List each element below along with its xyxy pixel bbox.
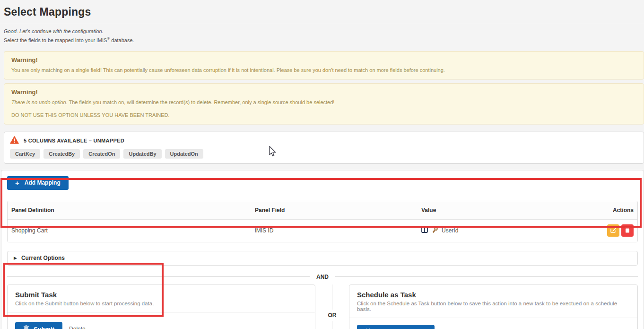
mapping-section-card: + Add Mapping Panel Definition Panel Fie… [1, 170, 644, 329]
cell-actions [576, 224, 637, 237]
delete-mapping-button[interactable] [621, 224, 634, 237]
col-header-panel-definition: Panel Definition [8, 207, 251, 213]
trash-icon [625, 227, 630, 234]
unmapped-chip-row: CartKey CreatedBy CreatedOn UpdatedBy Up… [10, 149, 638, 159]
warning-text: You are only matching on a single field!… [11, 67, 636, 73]
cell-value: UserId [418, 227, 576, 235]
divider-line [335, 276, 638, 277]
cell-panel-definition: Shopping Cart [8, 227, 251, 234]
divider-line [7, 276, 310, 277]
intro-text: Good. Let's continue with the configurat… [0, 23, 644, 44]
unmapped-column-chip: UpdatedOn [165, 149, 203, 159]
warning-title: Warning! [11, 56, 636, 63]
schedule-task-title: Schedule as Task [357, 291, 630, 299]
unmapped-column-chip: CartKey [10, 149, 40, 159]
value-label: UserId [442, 227, 458, 234]
and-divider: AND [7, 274, 638, 280]
submit-button-label: Submit [34, 326, 54, 329]
trash-icon [23, 325, 29, 329]
page-title: Select Mappings [4, 6, 640, 18]
divider-line [332, 321, 332, 329]
unmapped-column-chip: CreatedBy [44, 149, 80, 159]
warning-box-no-undo: Warning! There is no undo option. The fi… [4, 83, 644, 124]
warning-box-single-field: Warning! You are only matching on a sing… [4, 51, 644, 80]
or-divider: OR [315, 285, 349, 329]
intro-line-1: Good. Let's continue with the configurat… [4, 28, 640, 35]
col-header-panel-field: Panel Field [251, 207, 418, 213]
add-mapping-button[interactable]: + Add Mapping [7, 176, 69, 190]
add-mapping-label: Add Mapping [25, 179, 61, 186]
caret-right-icon: ▶ [14, 256, 17, 260]
col-header-actions: Actions [576, 207, 637, 213]
or-label: OR [328, 310, 337, 321]
unmapped-columns-card: 5 COLUMNS AVAILABLE – UNMAPPED CartKey C… [4, 132, 644, 164]
task-row: Submit Task Click on the Submit button b… [7, 285, 638, 329]
mapping-table-header: Panel Definition Panel Field Value Actio… [8, 201, 637, 220]
plus-icon: + [15, 179, 19, 187]
intro-line-2: Select the fields to be mapped into your… [4, 35, 640, 44]
current-options-label: Current Options [21, 255, 65, 261]
and-label: AND [310, 274, 335, 280]
unmapped-column-chip: UpdatedBy [123, 149, 161, 159]
page-header: Select Mappings [0, 0, 644, 18]
current-options-toggle[interactable]: ▶ Current Options [7, 251, 638, 266]
table-columns-icon [421, 227, 428, 234]
unmapped-heading: 5 COLUMNS AVAILABLE – UNMAPPED [24, 138, 124, 143]
warning-triangle-icon [10, 136, 19, 146]
submit-task-card: Submit Task Click on the Submit button b… [7, 285, 315, 329]
submit-button[interactable]: Submit [15, 322, 62, 329]
submit-task-title: Submit Task [15, 291, 307, 299]
delete-label: Delete [69, 326, 86, 329]
mapping-table: Panel Definition Panel Field Value Actio… [7, 201, 638, 242]
submit-task-description: Click on the Submit button below to star… [15, 301, 307, 306]
warning-title: Warning! [11, 89, 636, 96]
warning-text-caps: DO NOT USE THIS OPTION UNLESS YOU HAVE B… [11, 112, 636, 118]
table-row: Shopping Cart iMIS ID [8, 220, 637, 242]
schedule-task-card: Schedule as Task Click on the Schedule a… [349, 285, 638, 329]
key-icon [431, 227, 438, 235]
warning-text: There is no undo option. The fields you … [11, 99, 636, 106]
schedule-as-task-button[interactable]: Schedule as Task [357, 325, 435, 329]
divider-line [332, 285, 332, 310]
cell-panel-field: iMIS ID [251, 227, 418, 234]
edit-mapping-button[interactable] [607, 224, 619, 237]
col-header-value: Value [418, 207, 576, 213]
unmapped-column-chip: CreatedOn [83, 149, 120, 159]
schedule-task-description: Click on the Schedule as Task button bel… [357, 301, 630, 312]
edit-icon [610, 227, 617, 234]
